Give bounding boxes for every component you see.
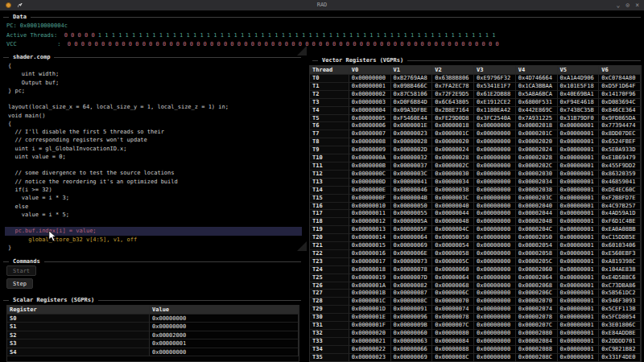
register-value[interactable]: 0x5341E1F7 [474,83,516,91]
register-value[interactable]: 0x00000000 [474,306,516,314]
register-value[interactable]: 0x00002020 [516,138,558,146]
register-value[interactable]: 0x0000001E [349,314,391,322]
register-value[interactable]: 0x4AD59A1D [599,210,641,218]
register-value[interactable]: 0x00000082 [391,282,433,290]
register-value[interactable]: 0x00002058 [516,250,558,258]
register-value[interactable]: 0x00000011 [349,210,391,218]
register-value[interactable]: 0x31B79DF0 [558,115,600,123]
register-value[interactable]: 0x00000009 [349,146,391,154]
register-value[interactable]: 0x8DD07DEC [599,130,641,138]
code-line[interactable] [5,161,302,169]
register-value[interactable]: 0xE560EBF3 [599,250,641,258]
register-value[interactable]: 0xA819398C [599,258,641,266]
register-value[interactable]: 0x00002034 [516,179,558,187]
register-value[interactable]: 0x5B561DC2 [599,290,641,298]
register-value[interactable]: 0x00000037 [391,162,433,171]
register-value[interactable]: 0x00000018 [349,266,391,274]
register-value[interactable]: 0xB2769AA8 [391,75,433,83]
register-value[interactable]: 0x00000006 [349,122,391,130]
register-value[interactable]: 0x00000066 [391,346,433,354]
register-value[interactable]: 0x00000017 [349,258,391,266]
commands-panel-header[interactable]: Commands [3,257,301,265]
register-value[interactable]: 0x00000069 [391,242,433,250]
register-value[interactable]: 0x00000019 [349,274,391,282]
register-value[interactable]: 0x0000001C [432,130,474,138]
register-value[interactable]: 0x00000000 [474,290,516,298]
register-value[interactable]: 0x00000028 [432,154,474,162]
register-value[interactable]: 0x0000207C [516,322,558,330]
register-value[interactable]: 0x00000000 [474,130,516,138]
register-value[interactable]: 0x00000048 [432,218,474,226]
register-value[interactable]: 0x00000001 [558,226,600,234]
register-value[interactable]: 0x00000021 [349,338,391,346]
code-line[interactable]: void main() [5,112,302,120]
register-value[interactable]: 0x00000001 [558,314,600,322]
register-value[interactable]: 0x00000007 [349,130,391,138]
register-value[interactable]: 0xEA0A08BB [599,226,641,234]
register-value[interactable]: 0x00000055 [391,210,433,218]
column-header[interactable]: V0 [349,66,391,75]
register-value[interactable]: 0x00002040 [516,203,558,211]
register-value[interactable]: 0x87C58106 [391,91,433,99]
register-value[interactable]: 0x00000096 [391,314,433,322]
code-line[interactable]: { [5,120,302,128]
register-value[interactable]: 0x0000001C [349,298,391,306]
register-value[interactable]: 0x5FCD8054 [599,314,641,322]
register-value[interactable]: 0x00000040 [432,203,474,211]
code-line[interactable]: Output buf; [5,79,302,87]
register-value[interactable]: 0xF6D1C4BE [599,218,641,226]
register-value[interactable]: 0x00002074 [516,306,558,314]
register-value[interactable]: 0x00000054 [432,242,474,250]
register-value[interactable]: 0x7FA2EC78 [432,83,474,91]
register-value[interactable]: 0x4D746664 [516,75,558,83]
code-line[interactable]: uint value = 0; [5,153,302,161]
register-value[interactable]: 0x00000000 [474,226,516,234]
collapse-icon[interactable]: ⌄ [617,0,621,10]
column-header[interactable]: V1 [391,66,433,75]
register-value[interactable]: 0x6800F531 [516,99,558,107]
register-value[interactable]: 0x0000204C [516,226,558,234]
register-value[interactable]: 0x00000000 [474,146,516,154]
register-value[interactable]: 0x63B8B806 [432,75,474,83]
register-value[interactable]: 0x0000001A [349,282,391,290]
register-value[interactable]: 0x77394474 [599,122,641,130]
register-value[interactable]: 0x40E69BA1 [558,91,600,99]
register-value[interactable]: 0x00000060 [391,330,433,338]
register-value[interactable]: 0xF2B8FD7E [599,195,641,203]
register-value[interactable]: 0x0000005F [391,226,433,234]
register-value[interactable]: 0x0000006E [391,250,433,258]
register-value[interactable]: 0x00002060 [516,266,558,274]
register-value[interactable]: 0x00000084 [432,338,474,346]
register-value[interactable]: 0x00000000 [474,122,516,130]
register-value[interactable]: 0x00000001 [558,187,600,195]
code-line[interactable]: { [5,62,302,70]
register-value[interactable]: 0x00000028 [391,138,433,146]
sgpr-panel-header[interactable]: Scalar Registers (SGPRs) [3,296,301,304]
register-value[interactable]: 0x00000000 [150,323,299,331]
register-value[interactable]: 0x00000032 [391,154,433,162]
register-value[interactable]: 0x00002080 [516,330,558,338]
register-value[interactable]: 0x72F2E9D5 [432,91,474,99]
register-value[interactable]: 0x00000008 [349,138,391,146]
register-value[interactable]: 0x6C643805 [432,99,474,107]
register-value[interactable]: 0x104AE838 [599,266,641,274]
register-value[interactable]: 0xDE4EC60C [599,187,641,195]
register-value[interactable]: 0x00000001 [558,354,600,362]
register-value[interactable]: 0x00000001 [558,298,600,306]
register-value[interactable]: 0x3E01806C [599,322,641,330]
register-value[interactable]: 0x00000000 [474,330,516,338]
register-value[interactable]: 0x00000050 [432,234,474,242]
column-header[interactable]: Register [7,306,150,315]
code-line[interactable]: value = i * 3; [5,194,302,202]
register-value[interactable]: 0x846CE364 [599,107,641,115]
register-value[interactable]: 0x00002070 [516,298,558,306]
register-value[interactable]: 0x0000005A [391,218,433,226]
code-line[interactable]: // corresponding registers won't update [5,136,302,144]
register-value[interactable]: 0x3FC2540A [474,115,516,123]
register-value[interactable]: 0x00000005 [349,115,391,123]
register-value[interactable]: 0x00000041 [391,179,433,187]
register-value[interactable]: 0xE1912CE2 [474,99,516,107]
register-value[interactable]: 0xC9821B82 [599,346,641,354]
register-value[interactable]: 0x0000201C [516,130,558,138]
register-value[interactable]: 0x00000058 [432,250,474,258]
